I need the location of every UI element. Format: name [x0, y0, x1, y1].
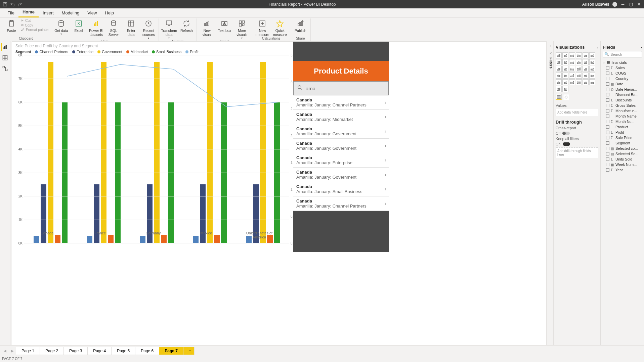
refresh-button[interactable]: Refresh	[178, 18, 195, 40]
viz-type-icon[interactable]	[569, 73, 575, 79]
viz-type-icon[interactable]	[562, 66, 568, 72]
product-list-item[interactable]: CanadaAmarilla: January: Government›	[293, 168, 389, 182]
enter-data-button[interactable]: Enter data	[123, 18, 139, 40]
chevron-left-icon[interactable]: ‹	[550, 44, 551, 48]
format-tab-icon[interactable]	[563, 94, 569, 100]
field-item[interactable]: ΣDiscounts	[606, 97, 642, 103]
page-prev-button[interactable]: ◂	[1, 347, 9, 355]
menu-home[interactable]: Home	[18, 7, 39, 17]
legend-item[interactable]: Midmarket	[126, 50, 148, 54]
product-list-item[interactable]: CanadaAmarilla: January: Government›	[293, 124, 389, 139]
viz-type-icon[interactable]	[589, 66, 595, 72]
paste-button[interactable]: Paste	[3, 18, 19, 37]
field-item[interactable]: Discount Ba...	[606, 92, 642, 97]
page-tab[interactable]: Page 2	[40, 347, 64, 355]
legend-item[interactable]: Government	[97, 50, 122, 54]
viz-type-icon[interactable]	[569, 79, 575, 85]
viz-type-icon[interactable]	[576, 79, 582, 85]
field-item[interactable]: ▤Selected Se...	[606, 151, 642, 156]
quick-measure-button[interactable]: Quick measure	[272, 18, 288, 37]
more-visuals-button[interactable]: More visuals▾	[234, 18, 250, 40]
viz-type-icon[interactable]	[562, 59, 568, 65]
legend-item[interactable]: Channel Partners	[35, 50, 68, 54]
viz-type-icon[interactable]	[556, 59, 562, 65]
viz-type-icon[interactable]	[589, 79, 595, 85]
close-icon[interactable]: ✕	[637, 2, 641, 7]
viz-type-icon[interactable]	[576, 66, 582, 72]
redo-icon[interactable]	[17, 2, 22, 7]
page-tab[interactable]: Page 3	[63, 347, 88, 355]
viz-type-icon[interactable]	[562, 86, 568, 92]
cut-button[interactable]: ✂Cut	[21, 18, 49, 22]
field-item[interactable]: ΣCOGS	[606, 71, 642, 76]
report-canvas[interactable]: Sale Price and Profit by Country and Seg…	[12, 41, 547, 345]
viz-type-icon[interactable]	[562, 52, 568, 58]
report-view-button[interactable]	[1, 43, 8, 51]
page-tab[interactable]: Page 5	[111, 347, 135, 355]
page-tab[interactable]: Page 7	[159, 347, 183, 355]
transform-data-button[interactable]: Transform data▾	[161, 18, 177, 40]
product-list-item[interactable]: CanadaAmarilla: January: Enterprise›	[293, 153, 389, 168]
cross-report-toggle[interactable]: Off	[556, 131, 598, 135]
undo-icon[interactable]	[10, 2, 15, 7]
menu-view[interactable]: View	[83, 8, 101, 17]
data-view-button[interactable]	[1, 54, 9, 61]
field-item[interactable]: Month Name	[606, 114, 642, 119]
legend-item[interactable]: Small Business	[152, 50, 181, 54]
viz-type-icon[interactable]	[576, 73, 582, 79]
field-item[interactable]: Product	[606, 124, 642, 130]
format-painter-button[interactable]: 🖌Format painter	[21, 28, 49, 32]
viz-type-icon[interactable]	[576, 59, 582, 65]
chevron-right-icon[interactable]: ›	[597, 45, 598, 49]
viz-type-icon[interactable]	[589, 73, 595, 79]
avatar[interactable]	[612, 2, 617, 7]
values-well[interactable]: Add data fields here	[556, 109, 598, 116]
field-item[interactable]: Country	[606, 76, 642, 81]
product-list-item[interactable]: CanadaAmarilla: January: Channel Partner…	[293, 196, 389, 211]
viz-type-icon[interactable]	[583, 73, 589, 79]
new-visual-button[interactable]: New visual	[199, 18, 215, 40]
maximize-icon[interactable]: ▢	[629, 2, 633, 7]
viz-type-icon[interactable]	[556, 52, 562, 58]
copy-button[interactable]: ⧉Copy	[21, 23, 49, 27]
legend-item[interactable]: Enterprise	[72, 50, 93, 54]
viz-type-icon[interactable]	[556, 86, 562, 92]
product-search-input[interactable]	[306, 86, 385, 91]
menu-file[interactable]: File	[3, 8, 18, 17]
field-item[interactable]: ΣSales	[606, 65, 642, 71]
viz-type-icon[interactable]	[556, 79, 562, 85]
bar[interactable]	[101, 62, 106, 243]
field-item[interactable]: ⌬Date Hierar...	[606, 87, 642, 92]
field-item[interactable]: ΣGross Sales	[606, 103, 642, 108]
product-list-item[interactable]: CanadaAmarilla: January: Government›	[293, 139, 389, 153]
text-box-button[interactable]: AText box	[216, 18, 232, 40]
viz-type-icon[interactable]	[583, 79, 589, 85]
bar[interactable]	[207, 62, 213, 243]
drillthrough-well[interactable]: Add drill-through fields here	[556, 147, 598, 158]
filters-pane-collapsed[interactable]: ‹ ◁ Filters	[548, 41, 553, 345]
field-item[interactable]: Segment	[606, 140, 642, 146]
bar[interactable]	[154, 62, 160, 243]
chevron-right-icon[interactable]: ›	[641, 45, 642, 49]
product-details-panel[interactable]: Product Details CanadaAmarilla: January:…	[293, 42, 389, 252]
table-financials[interactable]: ⌄ ▦ financials	[603, 59, 642, 65]
viz-type-icon[interactable]	[583, 59, 589, 65]
viz-type-icon[interactable]	[556, 66, 562, 72]
page-tab[interactable]: Page 6	[135, 347, 159, 355]
viz-type-icon[interactable]	[569, 66, 575, 72]
recent-sources-button[interactable]: Recent sources▾	[140, 18, 157, 40]
bar[interactable]	[48, 62, 53, 243]
viz-type-icon[interactable]	[562, 73, 568, 79]
field-item[interactable]: ▤Selected co...	[606, 146, 642, 151]
menu-modeling[interactable]: Modeling	[58, 8, 84, 17]
viz-type-icon[interactable]	[589, 52, 595, 58]
product-list-item[interactable]: CanadaAmarilla: January: Midmarket›	[293, 110, 389, 124]
field-item[interactable]: ΣSale Price	[606, 135, 642, 140]
field-item[interactable]: ΣMonth Nu...	[606, 119, 642, 124]
product-search[interactable]	[293, 81, 389, 95]
keep-filters-toggle[interactable]: On	[556, 142, 598, 146]
get-data-button[interactable]: Get data▾	[53, 18, 69, 40]
fields-search[interactable]: 🔍 Search	[603, 51, 642, 57]
model-view-button[interactable]	[1, 65, 9, 72]
viz-type-icon[interactable]	[569, 52, 575, 58]
